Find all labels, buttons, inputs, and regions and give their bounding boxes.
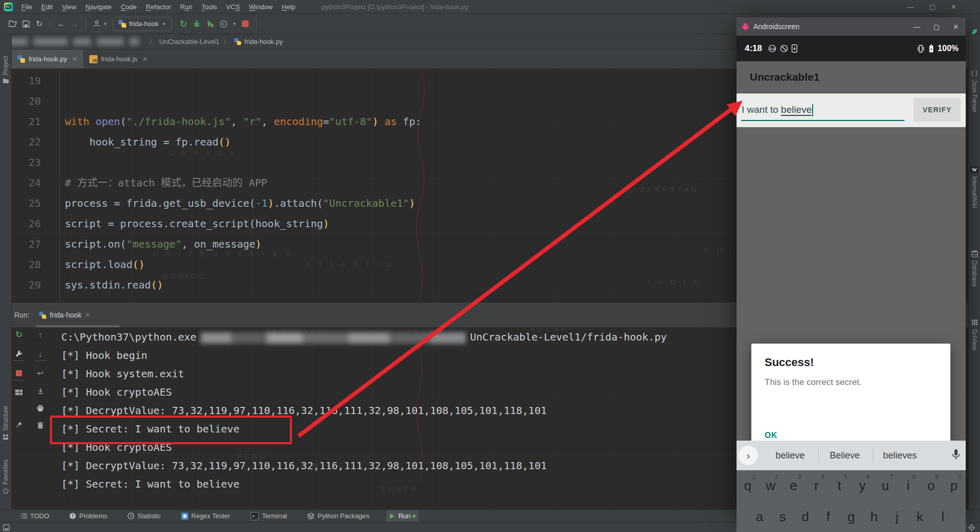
menu-code[interactable]: Code bbox=[116, 3, 141, 11]
code-line-29[interactable]: 29sys.stdin.read() bbox=[11, 275, 737, 295]
android-window-title-bar[interactable]: Androidscreen — ▢ ✕ bbox=[737, 17, 966, 36]
tool-window-todo[interactable]: TODO bbox=[17, 510, 52, 522]
close-icon[interactable]: ✕ bbox=[85, 311, 90, 319]
maximize-button[interactable]: ▢ bbox=[929, 3, 936, 11]
sidebar-item-project[interactable]: Project bbox=[0, 56, 11, 84]
wrench-icon[interactable] bbox=[13, 348, 24, 359]
gear-icon[interactable] bbox=[968, 524, 975, 531]
code-line-24[interactable]: 24# 方式一：attach 模式，已经启动的 APP bbox=[11, 173, 737, 193]
menu-tools[interactable]: Tools bbox=[197, 3, 222, 11]
chevron-down-icon[interactable]: ▼ bbox=[232, 21, 237, 27]
open-icon[interactable] bbox=[6, 17, 19, 31]
menu-file[interactable]: File bbox=[17, 3, 37, 11]
tool-window-python-packages[interactable]: Python Packages bbox=[304, 510, 372, 522]
minimize-button[interactable]: — bbox=[914, 23, 920, 31]
key-i[interactable]: i8 bbox=[897, 472, 919, 499]
softwrap-icon[interactable]: ↩ bbox=[35, 368, 46, 379]
code-editor[interactable]: 192021with open("./frida-hook.js", "r", … bbox=[11, 68, 737, 302]
menu-refactor[interactable]: Refactor bbox=[141, 3, 176, 11]
menu-edit[interactable]: Edit bbox=[37, 3, 57, 11]
tool-window-regex-tester[interactable]: ✱Regex Tester bbox=[178, 510, 233, 522]
key-f[interactable]: f bbox=[818, 503, 839, 530]
run-with-coverage-icon[interactable] bbox=[204, 17, 217, 31]
key-w[interactable]: w2 bbox=[760, 472, 781, 499]
key-k[interactable]: k bbox=[909, 503, 930, 530]
key-a[interactable]: a bbox=[749, 503, 770, 530]
forward-icon[interactable]: → bbox=[68, 17, 81, 31]
key-d[interactable]: d bbox=[795, 503, 816, 530]
minimize-button[interactable]: — bbox=[908, 3, 914, 11]
mic-icon[interactable] bbox=[951, 449, 961, 462]
scroll-end-icon[interactable] bbox=[35, 385, 46, 396]
key-s[interactable]: s bbox=[772, 503, 793, 530]
trash-icon[interactable] bbox=[35, 420, 46, 431]
tool-window-terminal[interactable]: >_Terminal bbox=[248, 510, 290, 522]
code-line-20[interactable]: 20 bbox=[11, 91, 737, 111]
key-j[interactable]: j bbox=[886, 503, 908, 530]
suggestion-believe[interactable]: Believe bbox=[819, 441, 870, 470]
layout-icon[interactable] bbox=[13, 387, 24, 398]
debug-icon[interactable] bbox=[190, 17, 204, 31]
close-button[interactable]: ✕ bbox=[953, 23, 959, 31]
sidebar-item-internalwiki[interactable]: WInternalWiki bbox=[969, 166, 980, 208]
print-icon[interactable] bbox=[35, 402, 46, 414]
run-tab[interactable]: frida-hook ✕ bbox=[39, 311, 90, 319]
sidebar-item-structure[interactable]: Structure bbox=[0, 406, 11, 440]
key-l[interactable]: l bbox=[932, 503, 953, 530]
tool-window-run[interactable]: Run bbox=[386, 510, 419, 522]
stop-small-icon[interactable] bbox=[13, 368, 24, 379]
close-button[interactable]: ✕ bbox=[951, 3, 957, 11]
rerun-icon[interactable]: ↻ bbox=[13, 329, 24, 340]
rerun-icon[interactable]: ↻ bbox=[177, 17, 190, 31]
code-line-26[interactable]: 26script = process.create_script(hook_st… bbox=[11, 213, 737, 234]
expand-suggestions-button[interactable]: › bbox=[739, 446, 758, 465]
code-line-28[interactable]: 28script.load() bbox=[11, 254, 737, 275]
profiler-icon[interactable] bbox=[217, 17, 230, 31]
code-line-27[interactable]: 27script.on("message", on_message) bbox=[11, 234, 737, 254]
breadcrumb-file[interactable]: frida-hook.py bbox=[244, 38, 283, 45]
code-line-25[interactable]: 25process = frida.get_usb_device(-1).att… bbox=[11, 193, 737, 213]
tool-window-statistic[interactable]: Statistic bbox=[125, 510, 164, 522]
ok-button[interactable]: OK bbox=[765, 431, 777, 440]
key-r[interactable]: r4 bbox=[806, 472, 827, 499]
key-o[interactable]: o9 bbox=[920, 472, 942, 499]
sidebar-item-database[interactable]: Database bbox=[969, 250, 980, 286]
up-icon[interactable]: ↑ bbox=[35, 329, 46, 340]
code-line-21[interactable]: 21with open("./frida-hook.js", "r", enco… bbox=[11, 111, 737, 132]
tool-window-problems[interactable]: Problems bbox=[66, 510, 110, 522]
plugin-icon[interactable] bbox=[969, 28, 980, 35]
dock-icon[interactable] bbox=[3, 524, 10, 531]
menu-view[interactable]: View bbox=[57, 3, 81, 11]
suggestion-believe[interactable]: believe bbox=[765, 441, 816, 470]
suggestion-believes[interactable]: believes bbox=[874, 441, 925, 470]
close-icon[interactable]: ✕ bbox=[142, 56, 148, 63]
sidebar-item-json-parser[interactable]: { }Json Parser bbox=[969, 69, 980, 112]
key-e[interactable]: e3 bbox=[783, 472, 804, 499]
key-y[interactable]: y6 bbox=[852, 472, 873, 499]
code-line-19[interactable]: 19 bbox=[11, 70, 737, 91]
down-icon[interactable]: ↓ bbox=[35, 348, 46, 359]
sidebar-item-sciview[interactable]: SciView bbox=[969, 319, 980, 350]
key-g[interactable]: g bbox=[841, 503, 862, 530]
stop-icon[interactable] bbox=[239, 17, 252, 31]
key-u[interactable]: u7 bbox=[874, 472, 896, 499]
code-line-22[interactable]: 22 hook_string = fp.read() bbox=[11, 132, 737, 152]
sidebar-item-favorites[interactable]: Favorites bbox=[0, 460, 11, 494]
code-line-23[interactable]: 23 bbox=[11, 152, 737, 173]
editor-tab-frida-hook.js[interactable]: JSfrida-hook.js✕ bbox=[83, 50, 154, 68]
user-icon[interactable] bbox=[90, 17, 103, 31]
key-p[interactable]: p0 bbox=[943, 472, 965, 499]
key-t[interactable]: t5 bbox=[829, 472, 850, 499]
key-q[interactable]: q1 bbox=[737, 472, 758, 499]
secret-input[interactable]: I want to believe bbox=[742, 104, 813, 116]
close-icon[interactable]: ✕ bbox=[72, 56, 77, 63]
menu-help[interactable]: Help bbox=[277, 3, 300, 11]
pin-icon[interactable] bbox=[13, 419, 24, 430]
menu-navigate[interactable]: Navigate bbox=[81, 3, 116, 11]
menu-window[interactable]: Window bbox=[244, 3, 277, 11]
menu-vcs[interactable]: VCS bbox=[222, 3, 244, 11]
back-icon[interactable]: ← bbox=[55, 17, 68, 31]
breadcrumb-folder[interactable]: UnCrackable-Level1 bbox=[159, 38, 219, 45]
verify-button[interactable]: VERIFY bbox=[914, 98, 961, 122]
key-h[interactable]: h bbox=[864, 503, 885, 530]
